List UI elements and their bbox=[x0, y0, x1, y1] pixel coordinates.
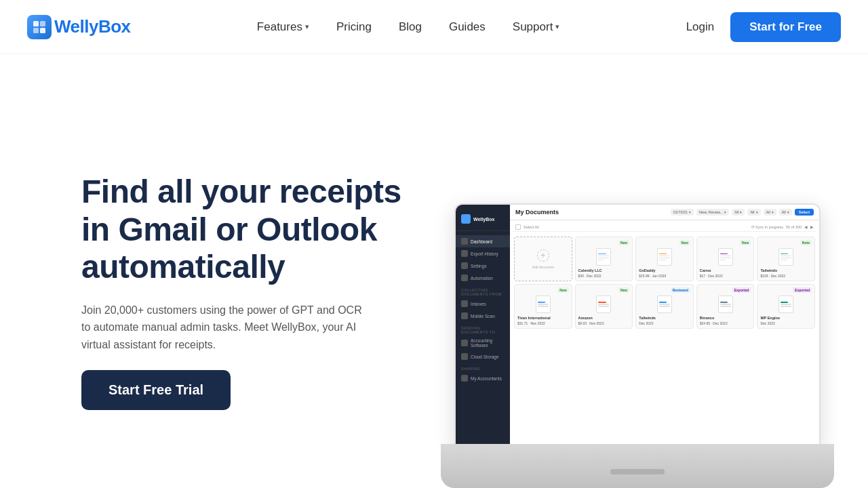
status-badge: Reviewed bbox=[671, 287, 690, 293]
chevron-down-icon: ▾ bbox=[756, 210, 758, 214]
nav-item-support[interactable]: Support ▾ bbox=[513, 20, 560, 34]
sidebar-section-collect: Collecting documents from bbox=[456, 284, 510, 298]
chevron-down-icon: ▾ bbox=[787, 210, 789, 214]
sidebar-section-share: Sharing bbox=[456, 363, 510, 372]
document-amount: $9.03 · Nov 2022 bbox=[578, 321, 630, 325]
document-vendor: Tivan International bbox=[517, 316, 569, 320]
document-card[interactable]: New bbox=[635, 237, 694, 281]
prev-page-button[interactable]: ◀ bbox=[804, 225, 808, 229]
nav-menu: Features ▾ Pricing Blog Guides Support ▾ bbox=[257, 20, 560, 34]
sidebar-item-inboxes[interactable]: Inboxes bbox=[456, 298, 510, 310]
document-thumbnail bbox=[657, 296, 672, 313]
nav-item-guides[interactable]: Guides bbox=[449, 20, 486, 34]
filter-source[interactable]: All ▾ bbox=[747, 209, 760, 216]
app-logo-icon bbox=[461, 214, 471, 224]
sidebar-item-accounting[interactable]: Accounting Software bbox=[456, 336, 510, 350]
sidebar-item-settings[interactable]: Settings bbox=[456, 260, 510, 272]
document-vendor: Tailwinds bbox=[760, 268, 812, 272]
sidebar-item-export[interactable]: Export History bbox=[456, 247, 510, 260]
filter-category[interactable]: All ▾ bbox=[779, 209, 792, 216]
start-for-free-button[interactable]: Start for Free bbox=[730, 12, 841, 42]
status-badge: Note bbox=[800, 240, 812, 245]
hero-subtitle: Join 20,000+ customers using the power o… bbox=[81, 302, 366, 354]
sidebar-item-label: Settings bbox=[471, 264, 487, 268]
filter-vendor[interactable]: All ▾ bbox=[764, 209, 776, 216]
chevron-down-icon: ▾ bbox=[772, 210, 774, 214]
nav-item-pricing[interactable]: Pricing bbox=[336, 20, 372, 34]
inbox-icon bbox=[461, 300, 468, 307]
logo[interactable]: WellyBox bbox=[27, 15, 131, 39]
document-amount: Dec 2022 bbox=[639, 321, 690, 325]
chevron-down-icon: ▾ bbox=[724, 210, 726, 214]
logo-icon bbox=[27, 15, 52, 39]
document-card[interactable]: Exported Binan bbox=[696, 284, 755, 329]
document-vendor: Canva bbox=[700, 268, 751, 272]
document-amount: $17 · Dec 2022 bbox=[700, 274, 751, 278]
filter-entity[interactable]: All ▾ bbox=[732, 209, 745, 216]
document-card[interactable]: New bbox=[575, 237, 633, 281]
navbar: WellyBox Features ▾ Pricing Blog Guides bbox=[0, 0, 868, 54]
mobile-scan-icon bbox=[461, 312, 468, 319]
status-badge: New bbox=[618, 287, 629, 293]
sidebar-item-automation[interactable]: Automation bbox=[456, 272, 510, 284]
start-free-trial-button[interactable]: Start Free Trial bbox=[81, 370, 231, 410]
select-all-checkbox[interactable] bbox=[515, 224, 521, 230]
document-thumbnail bbox=[657, 248, 672, 266]
svg-rect-0 bbox=[33, 21, 39, 26]
hero-content: Find all your receipts in Gmail or Outlo… bbox=[81, 173, 407, 409]
filter-received-date[interactable]: 01/70/21 ▾ bbox=[671, 209, 694, 216]
document-card[interactable]: Exported WP En bbox=[757, 284, 815, 329]
sidebar-item-label: Automation bbox=[471, 276, 493, 281]
documents-grid-row1: + Add document New bbox=[513, 234, 816, 284]
add-document-card[interactable]: + Add document bbox=[514, 237, 572, 281]
document-amount: $31.71 · Nov 2022 bbox=[517, 321, 569, 325]
status-badge: New bbox=[740, 240, 751, 245]
status-badge: New bbox=[557, 287, 568, 293]
sidebar-item-accountants[interactable]: My Accountants bbox=[456, 372, 510, 384]
app-ui: WellyBox Dashboard Export History S bbox=[456, 205, 819, 446]
support-link[interactable]: Support ▾ bbox=[513, 20, 560, 34]
sidebar-item-label: Inboxes bbox=[471, 302, 486, 306]
document-card[interactable]: New Tivan Inte bbox=[514, 284, 572, 329]
sidebar-item-label: Export History bbox=[471, 251, 498, 256]
select-button[interactable]: Select bbox=[795, 209, 814, 216]
settings-icon bbox=[461, 262, 468, 269]
documents-grid-area: Select All ⟳ Sync in progress 56 of 300 … bbox=[510, 220, 819, 446]
document-thumbnail bbox=[778, 248, 793, 266]
add-document-label: Add document bbox=[532, 265, 554, 269]
login-link[interactable]: Login bbox=[686, 20, 715, 34]
document-card[interactable]: New bbox=[696, 237, 755, 281]
app-brand: WellyBox bbox=[456, 210, 510, 231]
status-badge: New bbox=[679, 240, 690, 245]
pricing-link[interactable]: Pricing bbox=[336, 20, 372, 34]
document-thumbnail bbox=[778, 296, 793, 313]
blog-link[interactable]: Blog bbox=[399, 20, 422, 34]
sidebar-item-dashboard[interactable]: Dashboard bbox=[456, 235, 510, 247]
sidebar-item-mobile-scan[interactable]: Mobile Scan bbox=[456, 310, 510, 322]
document-vendor: WP Engine bbox=[760, 316, 812, 320]
document-amount: Dec 2022 bbox=[760, 321, 812, 325]
filter-status[interactable]: New, Renew... ▾ bbox=[696, 209, 729, 216]
hero-section: Find all your receipts in Gmail or Outlo… bbox=[0, 54, 868, 488]
app-sidebar: WellyBox Dashboard Export History S bbox=[456, 205, 510, 446]
document-amount: $218 · Dec 2022 bbox=[760, 274, 812, 278]
sidebar-item-cloud[interactable]: Cloud Storage bbox=[456, 350, 510, 363]
svg-rect-1 bbox=[40, 21, 45, 26]
document-card[interactable]: Note bbox=[757, 237, 815, 281]
next-page-button[interactable]: ▶ bbox=[810, 225, 814, 229]
add-icon: + bbox=[537, 249, 549, 262]
document-card[interactable]: Reviewed Tailw bbox=[635, 284, 694, 329]
status-badge: Exported bbox=[732, 287, 751, 293]
app-toolbar: My Documents 01/70/21 ▾ New, Renew... ▾ … bbox=[510, 205, 819, 220]
guides-link[interactable]: Guides bbox=[449, 20, 486, 34]
sidebar-section-send: Sending documents to bbox=[456, 322, 510, 336]
nav-item-blog[interactable]: Blog bbox=[399, 20, 422, 34]
sidebar-item-label: Dashboard bbox=[471, 239, 492, 244]
app-page-title: My Documents bbox=[515, 209, 668, 216]
hero-image: WellyBox Dashboard Export History S bbox=[434, 95, 841, 488]
document-amount: $30 · Dec 2022 bbox=[578, 274, 630, 278]
document-card[interactable]: New Amazon bbox=[575, 284, 633, 329]
accounting-icon bbox=[461, 340, 468, 346]
features-link[interactable]: Features ▾ bbox=[257, 20, 309, 34]
nav-item-features[interactable]: Features ▾ bbox=[257, 20, 309, 34]
